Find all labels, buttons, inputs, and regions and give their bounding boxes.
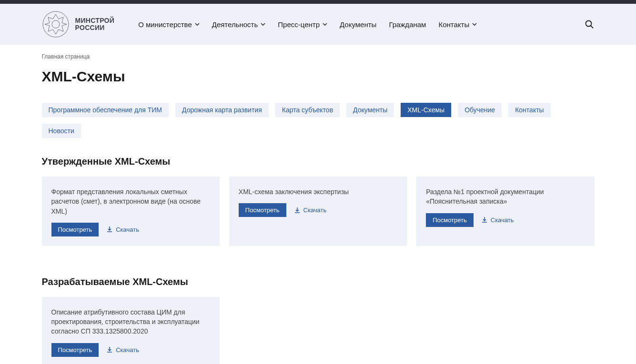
nav-label: Документы [340,20,376,29]
view-button[interactable]: Посмотреть [239,203,286,217]
download-label: Скачать [116,346,139,354]
header: МИНСТРОЙ РОССИИ О министерствеДеятельнос… [0,4,636,45]
download-icon [106,346,113,353]
svg-point-1 [52,20,60,28]
card-title: Формат представления локальных сметных р… [51,187,210,216]
nav-item-1[interactable]: Деятельность [212,20,266,29]
download-button[interactable]: Скачать [481,216,514,224]
download-icon [106,226,113,233]
nav-item-4[interactable]: Гражданам [389,20,426,29]
svg-point-2 [586,21,591,27]
topbar [0,0,636,4]
chevron-down-icon [195,22,200,27]
download-button[interactable]: Скачать [294,207,327,214]
card-actions: ПосмотретьСкачать [51,223,210,236]
nav-item-5[interactable]: Контакты [438,20,477,29]
tab-0[interactable]: Программное обеспечение для ТИМ [42,103,169,117]
logo[interactable]: МИНСТРОЙ РОССИИ [42,10,115,38]
card: Описание атрибутивного состава ЦИМ для п… [42,297,220,364]
tab-2[interactable]: Карта субъектов [275,103,340,117]
download-label: Скачать [491,216,514,224]
download-label: Скачать [303,207,327,214]
tab-4[interactable]: XML-Схемы [401,103,451,117]
approved-cards: Формат представления локальных сметных р… [42,177,595,246]
nav-label: Гражданам [389,20,426,29]
tab-6[interactable]: Контакты [508,103,550,117]
main-nav: О министерствеДеятельностьПресс-центрДок… [138,20,477,29]
tab-3[interactable]: Документы [346,103,394,117]
tab-7[interactable]: Новости [42,124,81,138]
view-button[interactable]: Посмотреть [51,343,99,357]
emblem-icon [42,10,70,38]
card-title: Раздела №1 проектной документации «Поясн… [426,187,585,207]
card-actions: ПосмотретьСкачать [426,213,585,227]
dev-cards: Описание атрибутивного состава ЦИМ для п… [42,297,595,364]
tab-5[interactable]: Обучение [458,103,502,117]
tab-1[interactable]: Дорожная карта развития [175,103,269,117]
search-icon [585,20,594,29]
nav-label: Пресс-центр [278,20,320,29]
download-icon [294,207,301,214]
card: Формат представления локальных сметных р… [42,177,220,246]
tabs: Программное обеспечение для ТИМДорожная … [42,99,595,149]
card: Раздела №1 проектной документации «Поясн… [416,177,594,246]
nav-item-2[interactable]: Пресс-центр [278,20,327,29]
view-button[interactable]: Посмотреть [426,213,474,227]
download-label: Скачать [116,226,139,233]
nav-label: Контакты [438,20,469,29]
nav-item-3[interactable]: Документы [340,20,376,29]
logo-text: МИНСТРОЙ РОССИИ [75,17,115,32]
card: XML-схема заключения экспертизыПосмотрет… [229,177,407,246]
card-actions: ПосмотретьСкачать [51,343,210,357]
chevron-down-icon [323,22,327,27]
nav-label: Деятельность [212,20,258,29]
view-button[interactable]: Посмотреть [51,223,99,236]
svg-line-3 [591,26,593,28]
card-title: Описание атрибутивного состава ЦИМ для п… [51,307,210,336]
card-title: XML-схема заключения экспертизы [239,187,397,197]
download-button[interactable]: Скачать [106,346,139,354]
nav-item-0[interactable]: О министерстве [138,20,200,29]
section-approved-title: Утвержденные XML-Схемы [42,149,595,177]
chevron-down-icon [472,22,477,27]
download-icon [481,216,488,223]
card-actions: ПосмотретьСкачать [239,203,397,217]
search-button[interactable] [584,19,595,30]
section-dev-title: Разрабатываемые XML-Схемы [42,270,595,297]
svg-point-0 [43,11,69,37]
download-button[interactable]: Скачать [106,226,139,233]
breadcrumb[interactable]: Главная страница [42,45,595,64]
nav-label: О министерстве [138,20,192,29]
chevron-down-icon [261,22,265,27]
page-title: XML-Схемы [42,64,595,99]
